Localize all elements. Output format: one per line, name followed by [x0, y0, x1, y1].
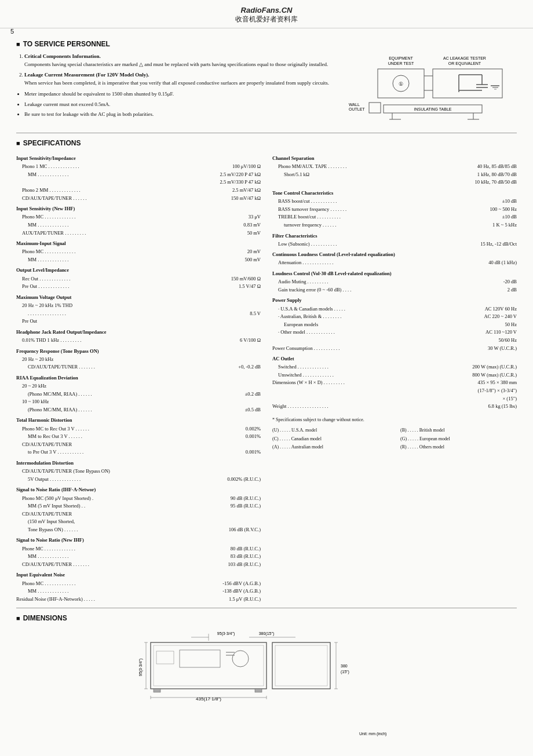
- svg-text:OR EQUIVALENT: OR EQUIVALENT: [448, 61, 481, 66]
- svg-rect-37: [154, 689, 160, 692]
- spec-phono1-mc: Phono 1 MC . . . . . . . . . . . . .100 …: [16, 163, 261, 171]
- svg-text:435(17·1/8"): 435(17·1/8"): [196, 696, 221, 702]
- model-c: (C) . . . . . Canadian model: [272, 436, 389, 443]
- spec-snr-mm: MM (5 mV Input Shorted) . .95 dB (R.U.C.…: [16, 502, 261, 510]
- spec-switched: Switched . . . . . . . . . . . . .200 W …: [272, 363, 517, 371]
- spec-dimensions: Dimensions (W × H × D) . . . . . . . . .…: [272, 379, 517, 387]
- spec-8v5: . . . . . . . . . . . . . . . .8.5 V: [16, 310, 261, 318]
- specs-two-col: Input Sensitivity/Impedance Phono 1 MC .…: [16, 152, 517, 603]
- service-item-2-body: When service has been completed, it is i…: [24, 80, 329, 86]
- group-input-noise: Input Equivalent Noise: [16, 571, 261, 579]
- spec-riaa-mc-mm2: (Phono MC/MM, RIAA) . . . . . .±0.5 dB: [16, 406, 261, 414]
- group-snr-new-ihf: Signal to Noise Ratio (New IHF): [16, 536, 261, 544]
- svg-rect-30: [151, 642, 266, 689]
- svg-text:UNDER TEST: UNDER TEST: [388, 61, 414, 65]
- group-power-supply: Power Supply: [272, 297, 517, 304]
- spec-headphone: 0.01% THD 1 kHz . . . . . . . . .6 V/100…: [16, 337, 261, 345]
- group-tone-control: Tone Control Characteristics: [272, 189, 517, 197]
- spec-bass-turnover: BASS turnover frequency . . . . . . .100…: [272, 206, 517, 214]
- site-title: RadioFans.CN: [0, 6, 533, 14]
- service-block: Critical Components Information. Compone…: [16, 53, 517, 128]
- spec-snr-150: (150 mV Input Shorted,: [16, 518, 261, 526]
- specifications-section-title: SPECIFICATIONS: [16, 139, 517, 147]
- spec-unswitched: Unswitched . . . . . . . . . . . . .800 …: [272, 371, 517, 379]
- service-item-2-heading: Leakage Current Measurement (For 120V Mo…: [24, 72, 149, 78]
- spec-filter-low: Low (Subsonic) . . . . . . . . . . .15 H…: [272, 240, 517, 249]
- spec-20hz-thd: 20 Hz ~ 20 kHz 1% THD: [16, 302, 261, 310]
- spec-aux-ihf: AUX/TAPE/TUNER . . . . . . . . .50 mV: [16, 229, 261, 238]
- spec-max-mm: MM . . . . . . . . . . . . .500 mV: [16, 256, 261, 264]
- svg-rect-40: [275, 645, 327, 686]
- model-b: (B) . . . . . British model: [400, 427, 517, 434]
- specifications-section: Input Sensitivity/Impedance Phono 1 MC .…: [16, 152, 517, 603]
- spec-ch-phono: Phono MM/AUX. TAPE . . . . . . . .40 Hz,…: [272, 163, 517, 171]
- spec-phone-mc: Phone MC . . . . . . . . . . . . .80 dB …: [16, 545, 261, 553]
- equipment-label: EQUIPMENT: [389, 56, 413, 61]
- leakage-diagram-svg: EQUIPMENT UNDER TEST AC LEAKAGE TESTER O…: [343, 53, 511, 128]
- svg-rect-34: [156, 651, 174, 664]
- service-item-1-heading: Critical Components Information.: [24, 53, 101, 59]
- spec-treble-turnover: turnover frequency . . . . . .1 K ~ 5 kH…: [272, 221, 517, 229]
- spec-attenuation: Attenuation . . . . . . . . . . . . .40 …: [272, 259, 517, 267]
- spec-phono-mc-ihf: Phono MC . . . . . . . . . . . . .33 μV: [16, 213, 261, 221]
- svg-text:Unit: mm (inch): Unit: mm (inch): [359, 732, 386, 736]
- svg-rect-31: [154, 645, 264, 686]
- spec-footnote: * Specifications subject to change witho…: [272, 417, 517, 423]
- spec-freq-cd: CD/AUX/TAPE/TUNER . . . . . . .+0, -0.2 …: [16, 363, 261, 371]
- svg-text:(15"): (15"): [341, 670, 349, 674]
- dimensions-svg: 95(3·3/4") 380(15"): [133, 628, 400, 744]
- service-text: Critical Components Information. Compone…: [16, 53, 331, 128]
- model-codes: (U) . . . . . U.S.A. model (B) . . . . .…: [272, 427, 517, 451]
- svg-text:380: 380: [341, 664, 348, 668]
- svg-text:①: ①: [399, 81, 403, 87]
- dimensions-diagram: 95(3·3/4") 380(15"): [16, 628, 517, 744]
- bullet-1: Meter impedance should be equivalent to …: [24, 90, 331, 98]
- group-input-sensitivity: Input Sensitivity/Impedance: [16, 155, 261, 162]
- service-list: Critical Components Information. Compone…: [16, 53, 331, 87]
- spec-bass-boost: BASS boost/cut . . . . . . . . . . .±10 …: [272, 198, 517, 206]
- model-g: (G) . . . . . European model: [400, 436, 517, 443]
- service-item-1-body: Components having special characteristic…: [24, 61, 328, 67]
- spec-thd-pre: to Pre Out 3 V . . . . . . . . . . .0.00…: [16, 448, 261, 456]
- group-headphone: Headphone Jack Rated Output/Impedance: [16, 328, 261, 336]
- svg-point-33: [232, 651, 249, 667]
- spec-cd-aux: CD/AUX/TAPE/TUNER . . . . . .150 mV/47 k…: [16, 195, 261, 203]
- spec-gain-tracking: Gain tracking error (0 ~ -60 dB) . . . .…: [272, 286, 517, 294]
- specs-right-col: Channel Separation Phono MM/AUX. TAPE . …: [272, 152, 517, 603]
- spec-max-mc: Phono MC . . . . . . . . . . . . .20 mV: [16, 248, 261, 256]
- spec-phono2-mm: Phono 2 MM . . . . . . . . . . . . .2.5 …: [16, 187, 261, 195]
- specs-left-col: Input Sensitivity/Impedance Phono 1 MC .…: [16, 152, 261, 603]
- spec-dim-depth: × (15"): [272, 395, 517, 403]
- dimensions-section: 95(3·3/4") 380(15"): [16, 628, 517, 744]
- model-a: (A) . . . . . Australian model: [272, 444, 389, 451]
- group-thd: Total Harmonic Distortion: [16, 417, 261, 424]
- group-riaa: RIAA Equalization Deviation: [16, 374, 261, 382]
- page: RadioFans.CN 收音机爱好者资料库 5 TO SERVICE PERS…: [0, 0, 533, 756]
- spec-residual-noise: Residual Noise (IHF-A-Network) . . . . .…: [16, 596, 261, 604]
- spec-ch-short: Short/5.1 kΩ1 kHz, 80 dB/70 dB: [272, 171, 517, 179]
- main-content: TO SERVICE PERSONNEL Critical Components…: [0, 28, 533, 750]
- spec-phono1-mm: MM . . . . . . . . . . . . .2.5 mV/220 P…: [16, 171, 261, 179]
- spec-aus-brit: · Australian, British & . . . . . . . .A…: [272, 313, 517, 321]
- spec-snr-cd: CD/AUX/TAPE/TUNER: [16, 510, 261, 518]
- svg-rect-39: [272, 642, 330, 689]
- model-r: (R) . . . . . Others model: [400, 444, 517, 451]
- group-max-voltage: Maximum Voltage Output: [16, 294, 261, 301]
- spec-other-hz: 50/60 Hz: [272, 337, 517, 345]
- svg-rect-32: [180, 650, 220, 667]
- spec-riaa-mc-mm: (Phono MC/MM, RIAA) . . . . . .±0.2 dB: [16, 390, 261, 399]
- spec-mm-ihf: MM . . . . . . . . . . . . .0.83 mV: [16, 221, 261, 229]
- spec-mm-new: MM . . . . . . . . . . . . .83 dB (R.U.C…: [16, 553, 261, 561]
- spec-noise-mc: Phono MC . . . . . . . . . . . . .-156 d…: [16, 580, 261, 588]
- group-snr-ihf: Signal to Noise Ratio (IHF-A-Networ): [16, 486, 261, 494]
- spec-pre-out2: Pre Out: [16, 317, 261, 326]
- service-item-2: Leakage Current Measurement (For 120V Mo…: [24, 71, 331, 87]
- dimensions-section-title: DIMENSIONS: [16, 614, 517, 622]
- bullet-2: Leakage current must not exceed 0.5mA.: [24, 101, 331, 109]
- spec-imd-cd: CD/AUX/TAPE/TUNER (Tone Bypass ON): [16, 468, 261, 476]
- spec-cd-new: CD/AUX/TAPE/TUNER . . . . . . .103 dB (R…: [16, 561, 261, 569]
- spec-treble-boost: TREBLE boost/cut . . . . . . . . . .±10 …: [272, 213, 517, 221]
- wall-label: WALL: [349, 103, 360, 107]
- service-item-1: Critical Components Information. Compone…: [24, 53, 331, 68]
- spec-dim-inch: (17-1/8") × (3-3/4"): [272, 387, 517, 395]
